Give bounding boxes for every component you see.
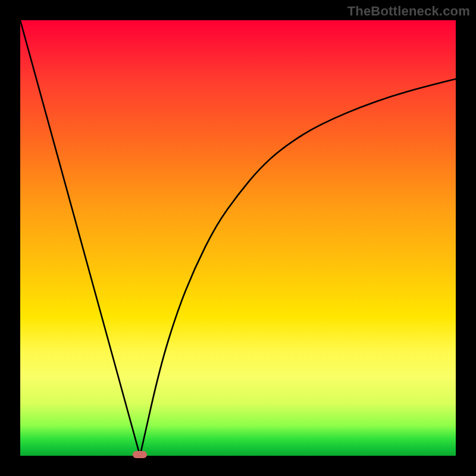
- min-marker: [133, 451, 147, 458]
- curve-layer: [20, 20, 456, 456]
- watermark-text: TheBottleneck.com: [347, 4, 470, 19]
- curve-path: [20, 20, 456, 456]
- plot-area: [20, 20, 456, 456]
- chart-root: TheBottleneck.com: [0, 0, 476, 476]
